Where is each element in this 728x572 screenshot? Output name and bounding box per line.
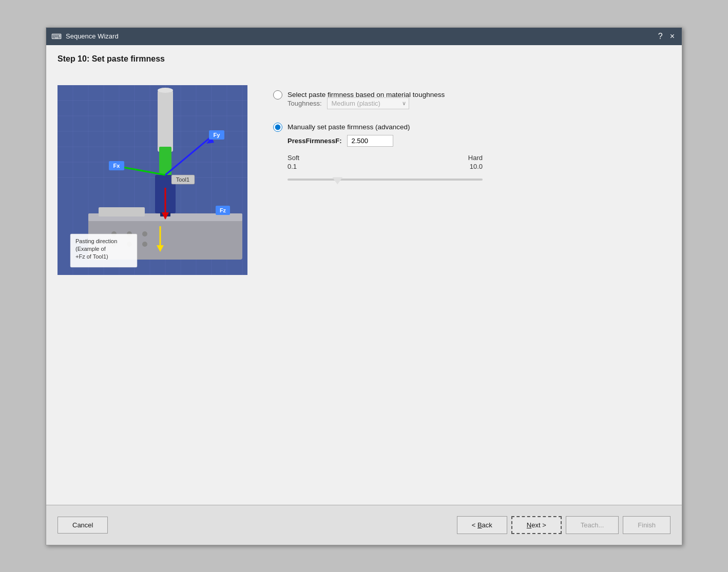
window-title: Sequence Wizard bbox=[66, 32, 119, 40]
option1-radio[interactable] bbox=[273, 90, 282, 100]
svg-text:(Example of: (Example of bbox=[75, 246, 106, 252]
title-bar: ⌨ Sequence Wizard ? × bbox=[46, 28, 682, 45]
option1-group: Select paste firmness based on material … bbox=[273, 90, 670, 112]
slider-section: Soft Hard 0.1 10.0 bbox=[273, 154, 670, 186]
image-container: Fx Fy Fz Tool1 Pasting direction bbox=[58, 85, 247, 275]
svg-text:Pasting direction: Pasting direction bbox=[75, 238, 117, 244]
slider-track-wrapper bbox=[288, 173, 483, 186]
footer: Cancel < Back Next > Teach... Finish bbox=[46, 505, 682, 545]
svg-rect-30 bbox=[159, 147, 171, 177]
footer-right: < Back Next > Teach... Finish bbox=[457, 516, 670, 534]
option2-label: Manually set paste firmness (advanced) bbox=[288, 123, 410, 131]
firmness-section: PressFirmnessF: Soft Hard 0.1 10.0 bbox=[273, 135, 670, 186]
option2-group: Manually set paste firmness (advanced) P… bbox=[273, 123, 670, 186]
toughness-row: Toughness: Medium (plastic) Soft (foam) … bbox=[273, 97, 670, 109]
back-underline: B bbox=[477, 521, 482, 529]
option2-radio[interactable] bbox=[273, 123, 282, 132]
robot-illustration: Fx Fy Fz Tool1 Pasting direction bbox=[58, 85, 247, 275]
window-icon: ⌨ bbox=[51, 32, 62, 41]
footer-left: Cancel bbox=[58, 517, 108, 534]
svg-rect-28 bbox=[158, 90, 173, 152]
svg-text:Fx: Fx bbox=[113, 163, 121, 169]
title-bar-left: ⌨ Sequence Wizard bbox=[51, 32, 119, 41]
option2-row: Manually set paste firmness (advanced) bbox=[273, 123, 670, 132]
svg-point-29 bbox=[158, 88, 173, 93]
press-firmness-input[interactable] bbox=[347, 135, 393, 147]
back-button[interactable]: < Back bbox=[457, 516, 507, 534]
next-underline: N bbox=[527, 521, 531, 529]
finish-button[interactable]: Finish bbox=[623, 516, 670, 534]
toughness-select[interactable]: Medium (plastic) Soft (foam) Hard (metal… bbox=[327, 97, 409, 109]
slider-hard-label: Hard bbox=[468, 154, 483, 162]
controls-panel: Select paste firmness based on material … bbox=[273, 75, 670, 186]
svg-point-23 bbox=[142, 231, 147, 236]
title-bar-controls: ? × bbox=[656, 32, 677, 41]
toughness-select-wrapper: Medium (plastic) Soft (foam) Hard (metal… bbox=[327, 97, 409, 109]
help-button[interactable]: ? bbox=[656, 32, 665, 41]
svg-text:Fy: Fy bbox=[214, 132, 221, 138]
svg-rect-27 bbox=[99, 207, 145, 216]
slider-values: 0.1 10.0 bbox=[288, 163, 483, 170]
press-firmness-row: PressFirmnessF: bbox=[273, 135, 670, 147]
sequence-wizard-window: ⌨ Sequence Wizard ? × Step 10: Set paste… bbox=[46, 27, 682, 545]
svg-point-26 bbox=[142, 242, 147, 247]
content-area: Step 10: Set paste firmness bbox=[46, 45, 682, 505]
main-area: Fx Fy Fz Tool1 Pasting direction bbox=[58, 75, 670, 496]
close-button[interactable]: × bbox=[668, 32, 677, 41]
slider-max-value: 10.0 bbox=[470, 163, 483, 170]
slider-soft-label: Soft bbox=[288, 154, 299, 162]
slider-min-value: 0.1 bbox=[288, 163, 297, 170]
toughness-label: Toughness: bbox=[288, 100, 322, 107]
svg-text:Fz: Fz bbox=[220, 207, 226, 213]
press-firmness-label: PressFirmnessF: bbox=[288, 137, 342, 145]
next-button[interactable]: Next > bbox=[511, 516, 562, 534]
svg-text:Tool1: Tool1 bbox=[176, 176, 189, 183]
teach-button[interactable]: Teach... bbox=[566, 516, 619, 534]
svg-text:+Fz of Tool1): +Fz of Tool1) bbox=[75, 253, 108, 260]
cancel-button[interactable]: Cancel bbox=[58, 517, 108, 534]
step-title: Step 10: Set paste firmness bbox=[58, 54, 670, 64]
slider-labels-top: Soft Hard bbox=[288, 154, 483, 162]
